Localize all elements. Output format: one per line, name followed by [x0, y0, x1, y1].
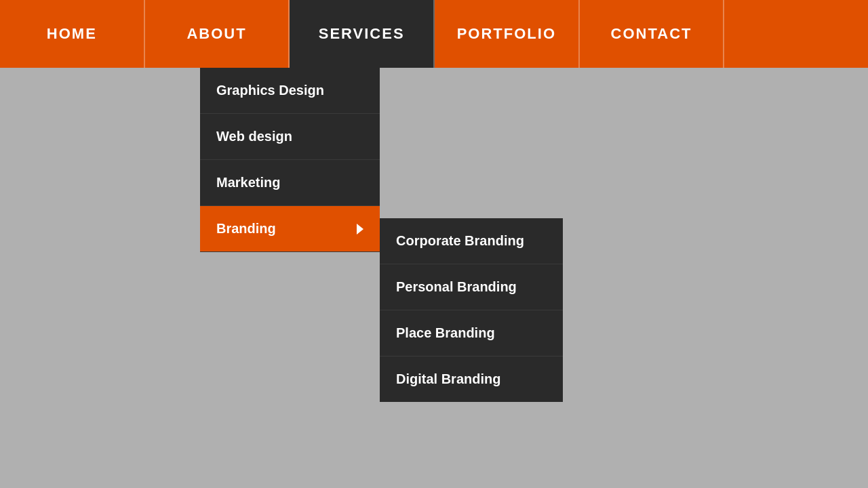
- nav-about[interactable]: ABOUT: [145, 0, 290, 68]
- dropdown-web-design-label: Web design: [216, 129, 292, 144]
- dropdown-branding[interactable]: Branding: [200, 206, 380, 252]
- nav-home-label: HOME: [47, 25, 97, 43]
- dropdown-place-branding[interactable]: Place Branding: [380, 310, 563, 357]
- dropdown-branding-label: Branding: [216, 221, 276, 237]
- dropdown-personal-branding[interactable]: Personal Branding: [380, 264, 563, 310]
- nav-services[interactable]: SERVICES: [290, 0, 435, 68]
- nav-home[interactable]: HOME: [0, 0, 145, 68]
- dropdown-personal-branding-label: Personal Branding: [396, 279, 517, 294]
- nav-about-label: ABOUT: [186, 25, 246, 43]
- dropdown-marketing-label: Marketing: [216, 175, 280, 190]
- nav-portfolio-label: PORTFOLIO: [457, 25, 556, 43]
- secondary-dropdown: Corporate Branding Personal Branding Pla…: [380, 218, 563, 402]
- nav-extra: [724, 0, 868, 68]
- dropdown-graphics-design-label: Graphics Design: [216, 83, 324, 98]
- dropdown-marketing[interactable]: Marketing: [200, 160, 380, 206]
- primary-dropdown: Graphics Design Web design Marketing Bra…: [200, 68, 380, 252]
- navbar: HOME ABOUT SERVICES PORTFOLIO CONTACT: [0, 0, 868, 68]
- branding-arrow-icon: [357, 224, 363, 235]
- dropdown-place-branding-label: Place Branding: [396, 325, 495, 340]
- dropdown-corporate-branding-label: Corporate Branding: [396, 233, 524, 248]
- dropdown-digital-branding[interactable]: Digital Branding: [380, 357, 563, 402]
- nav-portfolio[interactable]: PORTFOLIO: [435, 0, 580, 68]
- dropdown-digital-branding-label: Digital Branding: [396, 371, 500, 386]
- nav-contact-label: CONTACT: [611, 25, 692, 43]
- dropdown-web-design[interactable]: Web design: [200, 114, 380, 160]
- dropdown-graphics-design[interactable]: Graphics Design: [200, 68, 380, 114]
- dropdown-area: Graphics Design Web design Marketing Bra…: [200, 68, 563, 402]
- nav-contact[interactable]: CONTACT: [580, 0, 725, 68]
- nav-services-label: SERVICES: [319, 25, 405, 43]
- dropdown-corporate-branding[interactable]: Corporate Branding: [380, 218, 563, 264]
